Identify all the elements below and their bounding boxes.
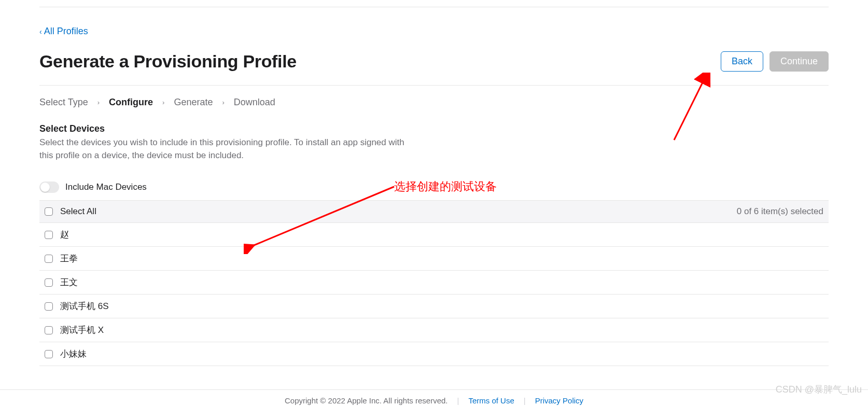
- all-profiles-link[interactable]: ‹ All Profiles: [39, 26, 88, 37]
- device-list: Select All 0 of 6 item(s) selected 赵 王拳 …: [39, 200, 829, 366]
- footer: Copyright © 2022 Apple Inc. All rights r…: [0, 389, 868, 406]
- device-checkbox[interactable]: [45, 350, 53, 358]
- device-checkbox[interactable]: [45, 231, 53, 239]
- device-checkbox[interactable]: [45, 302, 53, 311]
- footer-copyright: Copyright © 2022 Apple Inc. All rights r…: [285, 396, 448, 405]
- page-title: Generate a Provisioning Profile: [39, 51, 297, 72]
- device-row: 赵: [39, 223, 829, 247]
- annotation-text: 选择创建的测试设备: [394, 179, 497, 194]
- watermark: CSDN @暴脾气_lulu: [776, 383, 862, 396]
- section-description: Select the devices you wish to include i…: [39, 136, 413, 162]
- footer-terms-link[interactable]: Terms of Use: [468, 396, 514, 405]
- header-buttons: Back Continue: [721, 51, 829, 72]
- include-mac-toggle[interactable]: [39, 181, 59, 193]
- selected-count: 0 of 6 item(s) selected: [737, 206, 823, 217]
- footer-separator: |: [457, 396, 459, 405]
- chevron-right-icon: ›: [222, 99, 224, 106]
- device-label: 测试手机 6S: [60, 300, 109, 312]
- device-label: 小妹妹: [60, 348, 87, 360]
- include-mac-label: Include Mac Devices: [65, 182, 147, 192]
- device-row: 测试手机 X: [39, 318, 829, 342]
- device-label: 赵: [60, 229, 69, 241]
- chevron-right-icon: ›: [162, 99, 164, 106]
- select-all-label: Select All: [60, 206, 96, 217]
- device-checkbox[interactable]: [45, 278, 53, 287]
- breadcrumb: Select Type › Configure › Generate › Dow…: [39, 86, 829, 123]
- device-checkbox[interactable]: [45, 326, 53, 334]
- device-row: 王拳: [39, 247, 829, 271]
- device-label: 测试手机 X: [60, 324, 104, 336]
- continue-button[interactable]: Continue: [769, 51, 829, 72]
- device-checkbox[interactable]: [45, 255, 53, 263]
- device-row: 小妹妹: [39, 342, 829, 366]
- device-row: 测试手机 6S: [39, 295, 829, 318]
- top-divider: [39, 7, 829, 7]
- toggle-knob: [40, 183, 50, 192]
- footer-separator: |: [524, 396, 526, 405]
- breadcrumb-step[interactable]: Download: [234, 97, 275, 108]
- breadcrumb-step[interactable]: Generate: [174, 97, 213, 108]
- device-label: 王文: [60, 276, 78, 288]
- breadcrumb-step-active[interactable]: Configure: [109, 97, 153, 108]
- section: Select Devices Select the devices you wi…: [39, 123, 829, 162]
- device-label: 王拳: [60, 253, 78, 264]
- header-row: Generate a Provisioning Profile Back Con…: [39, 51, 829, 86]
- device-row: 王文: [39, 271, 829, 295]
- footer-privacy-link[interactable]: Privacy Policy: [535, 396, 583, 405]
- back-button[interactable]: Back: [721, 51, 763, 72]
- select-all-checkbox[interactable]: [45, 207, 53, 216]
- chevron-left-icon: ‹: [39, 27, 42, 36]
- section-heading: Select Devices: [39, 123, 829, 134]
- chevron-right-icon: ›: [97, 99, 100, 106]
- select-all-row: Select All 0 of 6 item(s) selected: [39, 201, 829, 223]
- breadcrumb-step[interactable]: Select Type: [39, 97, 88, 108]
- all-profiles-label: All Profiles: [44, 26, 88, 37]
